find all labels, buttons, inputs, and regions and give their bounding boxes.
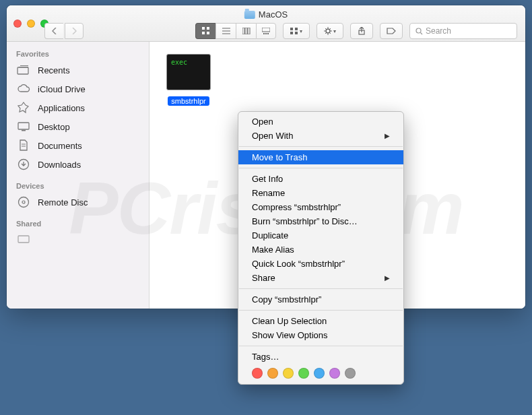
- tag-orange[interactable]: [267, 368, 278, 379]
- menu-cleanup[interactable]: Clean Up Selection: [238, 314, 403, 328]
- tag-purple[interactable]: [329, 368, 340, 379]
- nav-buttons: [44, 23, 84, 39]
- desktop-icon: [16, 120, 31, 133]
- downloads-icon: [16, 158, 31, 171]
- submenu-arrow-icon: ▶: [385, 274, 390, 282]
- action-button[interactable]: ▾: [317, 23, 343, 39]
- documents-icon: [16, 139, 31, 152]
- sidebar-item-shared-stub[interactable]: [7, 230, 149, 249]
- sidebar-item-documents[interactable]: Documents: [7, 136, 149, 155]
- tag-color-row: [238, 364, 403, 381]
- tag-red[interactable]: [252, 368, 263, 379]
- sidebar: Favorites Recents iCloud Drive Applicati…: [7, 42, 149, 309]
- context-menu: Open Open With▶ Move to Trash Get Info R…: [238, 111, 404, 385]
- share-button[interactable]: [350, 23, 373, 39]
- svg-rect-22: [18, 67, 28, 74]
- menu-move-to-trash[interactable]: Move to Trash: [238, 150, 403, 164]
- cloud-icon: [16, 82, 31, 96]
- svg-rect-32: [18, 236, 29, 243]
- svg-rect-7: [242, 28, 244, 34]
- search-field[interactable]: Search: [409, 23, 517, 39]
- sidebar-section-devices: Devices Remote Disc: [7, 179, 149, 212]
- svg-rect-2: [202, 32, 205, 34]
- file-name: smbstrhlpr: [168, 96, 209, 106]
- menu-separator: [239, 346, 403, 346]
- svg-rect-0: [202, 27, 205, 30]
- window-controls: [13, 20, 48, 28]
- menu-separator: [239, 146, 403, 147]
- menu-get-info[interactable]: Get Info: [238, 172, 403, 186]
- menu-duplicate[interactable]: Duplicate: [238, 228, 403, 243]
- sidebar-section-shared: Shared: [7, 217, 149, 249]
- menu-quick-look[interactable]: Quick Look “smbstrhlpr”: [238, 257, 403, 271]
- tag-green[interactable]: [298, 368, 309, 379]
- menu-open-with[interactable]: Open With▶: [238, 129, 403, 143]
- menu-make-alias[interactable]: Make Alias: [238, 243, 403, 257]
- svg-point-31: [22, 201, 25, 203]
- list-view-button[interactable]: [215, 23, 236, 39]
- svg-rect-1: [207, 27, 209, 30]
- sidebar-item-downloads[interactable]: Downloads: [7, 155, 149, 174]
- menu-share[interactable]: Share▶: [238, 271, 403, 285]
- close-button[interactable]: [13, 20, 22, 28]
- svg-rect-3: [207, 32, 209, 34]
- tags-button[interactable]: [380, 23, 403, 39]
- menu-view-options[interactable]: Show View Options: [238, 328, 403, 342]
- group-button[interactable]: ▾: [283, 23, 310, 39]
- menu-separator: [239, 288, 403, 289]
- forward-button[interactable]: [65, 23, 84, 39]
- tag-blue[interactable]: [314, 368, 325, 379]
- minimize-button[interactable]: [27, 20, 35, 28]
- exec-badge: exec: [171, 59, 187, 66]
- computer-icon: [16, 233, 31, 247]
- window-title: MacOS: [244, 9, 288, 20]
- column-view-button[interactable]: [236, 23, 256, 39]
- svg-rect-14: [290, 28, 293, 30]
- sidebar-item-remotedisc[interactable]: Remote Disc: [7, 193, 149, 212]
- section-header: Shared: [7, 217, 149, 230]
- svg-rect-11: [263, 33, 265, 34]
- tag-yellow[interactable]: [283, 368, 294, 379]
- svg-rect-24: [20, 65, 28, 66]
- sidebar-item-recents[interactable]: Recents: [7, 61, 149, 79]
- icon-view-button[interactable]: [195, 23, 215, 39]
- svg-point-18: [326, 29, 330, 33]
- folder-icon: [244, 11, 255, 19]
- menu-open[interactable]: Open: [238, 115, 403, 129]
- applications-icon: [16, 101, 31, 115]
- section-header: Devices: [7, 179, 149, 193]
- svg-rect-9: [248, 28, 250, 34]
- submenu-arrow-icon: ▶: [385, 132, 390, 139]
- search-icon: [415, 28, 423, 35]
- view-mode-selector: [195, 23, 276, 39]
- svg-rect-8: [245, 28, 247, 34]
- back-button[interactable]: [44, 23, 63, 39]
- recents-icon: [16, 63, 31, 77]
- menu-separator: [239, 168, 403, 168]
- menu-separator: [239, 310, 403, 311]
- tag-gray[interactable]: [345, 368, 356, 379]
- svg-rect-10: [262, 28, 270, 32]
- sidebar-item-applications[interactable]: Applications: [7, 98, 149, 117]
- svg-line-21: [421, 32, 423, 34]
- menu-compress[interactable]: Compress “smbstrhlpr”: [238, 200, 403, 214]
- section-header: Favorites: [7, 47, 149, 61]
- gallery-view-button[interactable]: [256, 23, 276, 39]
- menu-rename[interactable]: Rename: [238, 186, 403, 200]
- svg-rect-15: [295, 28, 298, 30]
- svg-rect-13: [267, 33, 269, 34]
- file-item[interactable]: exec smbstrhlpr: [163, 54, 214, 106]
- menu-burn[interactable]: Burn “smbstrhlpr” to Disc…: [238, 214, 403, 228]
- svg-rect-23: [19, 67, 28, 67]
- svg-rect-17: [295, 32, 298, 34]
- disc-icon: [16, 195, 31, 209]
- svg-rect-12: [265, 33, 267, 34]
- menu-tags[interactable]: Tags…: [238, 350, 403, 364]
- sidebar-item-icloud[interactable]: iCloud Drive: [7, 79, 149, 98]
- svg-rect-16: [290, 32, 293, 34]
- sidebar-item-desktop[interactable]: Desktop: [7, 117, 149, 136]
- menu-copy[interactable]: Copy “smbstrhlpr”: [238, 292, 403, 307]
- svg-rect-26: [22, 130, 26, 131]
- svg-point-20: [416, 28, 421, 33]
- titlebar: MacOS ▾ ▾ Search: [7, 5, 525, 42]
